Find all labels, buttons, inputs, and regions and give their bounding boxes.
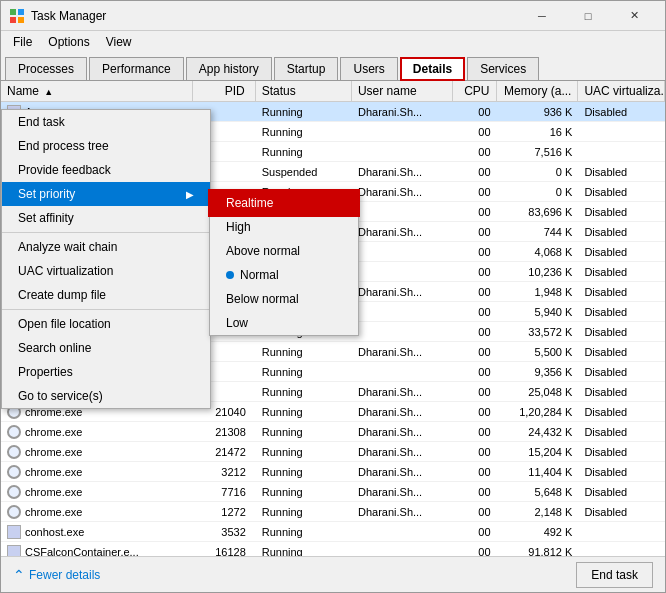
col-header-cpu[interactable]: CPU [453,81,497,101]
menu-view[interactable]: View [98,33,140,51]
cell-username [352,530,453,534]
tab-app-history[interactable]: App history [186,57,272,80]
ctx-properties[interactable]: Properties [2,360,210,384]
sub-ctx-below-normal[interactable]: Below normal [210,287,358,311]
table-row[interactable]: chrome.exe 21472 Running Dharani.Sh... 0… [1,442,665,462]
cell-pid: 1272 [193,504,256,520]
cell-cpu: 00 [453,164,497,180]
cell-name: chrome.exe [1,423,193,441]
tab-services[interactable]: Services [467,57,539,80]
chrome-icon [7,505,21,519]
ctx-analyze-wait-chain[interactable]: Analyze wait chain [2,235,210,259]
svg-rect-2 [10,17,16,23]
cell-username: Dharani.Sh... [352,384,453,400]
main-content: Name ▲ PID Status User name CPU Memory (… [1,81,665,556]
ctx-go-to-service[interactable]: Go to service(s) [2,384,210,408]
title-bar: Task Manager ─ □ ✕ [1,1,665,31]
cell-name: conhost.exe [1,523,193,541]
menu-options[interactable]: Options [40,33,97,51]
ctx-set-affinity[interactable]: Set affinity [2,206,210,230]
ctx-set-priority[interactable]: Set priority ▶ [2,182,210,206]
cell-uac: Disabled [578,184,665,200]
col-header-username[interactable]: User name [352,81,453,101]
cell-uac: Disabled [578,104,665,120]
ctx-open-file-location[interactable]: Open file location [2,312,210,336]
menu-file[interactable]: File [5,33,40,51]
ctx-search-online[interactable]: Search online [2,336,210,360]
sub-ctx-normal[interactable]: Normal [210,263,358,287]
sub-ctx-above-normal[interactable]: Above normal [210,239,358,263]
minimize-button[interactable]: ─ [519,1,565,31]
sub-context-menu: Realtime High Above normal Normal Below … [209,190,359,336]
close-button[interactable]: ✕ [611,1,657,31]
table-header: Name ▲ PID Status User name CPU Memory (… [1,81,665,102]
cell-pid: 3212 [193,464,256,480]
cell-memory: 1,948 K [497,284,579,300]
cell-cpu: 00 [453,144,497,160]
table-row[interactable]: chrome.exe 21308 Running Dharani.Sh... 0… [1,422,665,442]
tab-startup[interactable]: Startup [274,57,339,80]
col-header-pid[interactable]: PID [193,81,256,101]
window-title: Task Manager [31,9,519,23]
maximize-button[interactable]: □ [565,1,611,31]
app-icon [7,545,21,557]
cell-name: chrome.exe [1,503,193,521]
sub-ctx-low[interactable]: Low [210,311,358,335]
table-row[interactable]: chrome.exe 3212 Running Dharani.Sh... 00… [1,462,665,482]
cell-memory: 5,500 K [497,344,579,360]
table-row[interactable]: conhost.exe 3532 Running 00 492 K [1,522,665,542]
cell-name: chrome.exe [1,443,193,461]
svg-rect-0 [10,9,16,15]
cell-name: chrome.exe [1,463,193,481]
fewer-details-label: Fewer details [29,568,100,582]
cell-memory: 936 K [497,104,579,120]
cell-username [352,250,453,254]
cell-username: Dharani.Sh... [352,104,453,120]
table-row[interactable]: CSFalconContainer.e... 16128 Running 00 … [1,542,665,556]
cell-pid: 21308 [193,424,256,440]
table-row[interactable]: chrome.exe 7716 Running Dharani.Sh... 00… [1,482,665,502]
tab-performance[interactable]: Performance [89,57,184,80]
cell-uac: Disabled [578,404,665,420]
cell-memory: 33,572 K [497,324,579,340]
ctx-end-task[interactable]: End task [2,110,210,134]
tab-details[interactable]: Details [400,57,465,81]
cell-uac: Disabled [578,424,665,440]
cell-uac: Disabled [578,344,665,360]
sub-ctx-high[interactable]: High [210,215,358,239]
chrome-icon [7,485,21,499]
chrome-icon [7,425,21,439]
col-header-uac[interactable]: UAC virtualiza... [578,81,665,101]
col-header-memory[interactable]: Memory (a... [497,81,579,101]
col-header-name[interactable]: Name ▲ [1,81,193,101]
ctx-create-dump-file[interactable]: Create dump file [2,283,210,307]
cell-cpu: 00 [453,204,497,220]
ctx-separator-2 [2,309,210,310]
cell-status: Running [256,144,352,160]
cell-status: Running [256,124,352,140]
cell-memory: 1,20,284 K [497,404,579,420]
cell-memory: 24,432 K [497,424,579,440]
cell-cpu: 00 [453,304,497,320]
ctx-provide-feedback[interactable]: Provide feedback [2,158,210,182]
tab-users[interactable]: Users [340,57,397,80]
cell-status: Running [256,384,352,400]
col-header-status[interactable]: Status [256,81,352,101]
ctx-uac-virtualization[interactable]: UAC virtualization [2,259,210,283]
end-task-button[interactable]: End task [576,562,653,588]
cell-cpu: 00 [453,224,497,240]
ctx-separator-1 [2,232,210,233]
sub-ctx-realtime[interactable]: Realtime [210,191,358,215]
chevron-down-icon: ⌃ [13,567,25,583]
submenu-arrow: ▶ [186,189,194,200]
cell-username: Dharani.Sh... [352,504,453,520]
cell-cpu: 00 [453,504,497,520]
cell-uac: Disabled [578,284,665,300]
table-row[interactable]: chrome.exe 1272 Running Dharani.Sh... 00… [1,502,665,522]
tab-processes[interactable]: Processes [5,57,87,80]
cell-cpu: 00 [453,104,497,120]
cell-uac: Disabled [578,444,665,460]
fewer-details-button[interactable]: ⌃ Fewer details [13,567,100,583]
ctx-end-process-tree[interactable]: End process tree [2,134,210,158]
cell-status: Running [256,344,352,360]
